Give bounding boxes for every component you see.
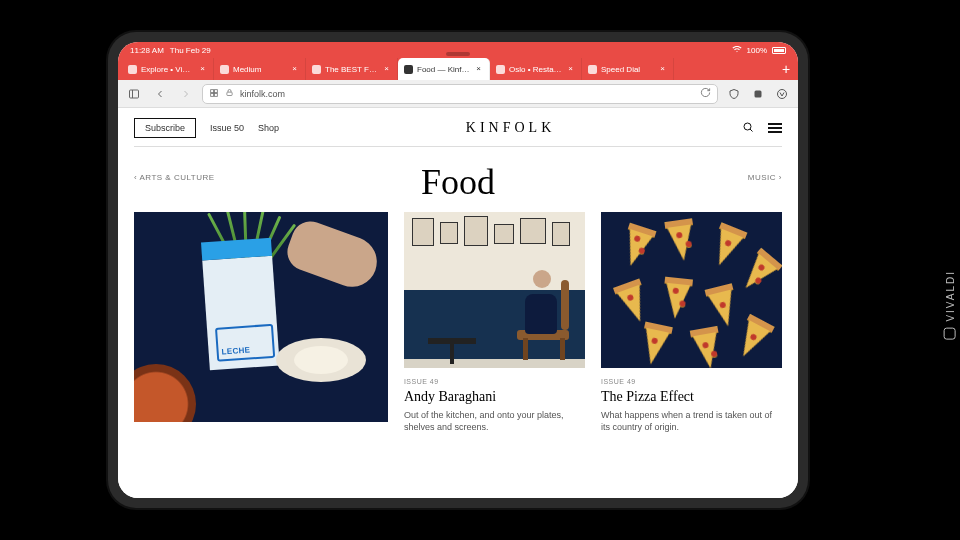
article-card[interactable]: ISSUE 49 The Pizza Effect What happens w… [601,212,782,433]
article-title: Andy Baraghani [404,389,585,405]
panel-button[interactable] [124,84,144,104]
tab-close-icon[interactable]: × [658,65,667,74]
nav-link-shop[interactable]: Shop [258,123,279,133]
battery-icon [772,47,786,54]
tab-close-icon[interactable]: × [290,65,299,74]
reader-button[interactable] [748,84,768,104]
reload-button[interactable] [700,87,711,100]
lock-icon [225,88,234,99]
vivaldi-menu-button[interactable] [772,84,792,104]
favicon-icon [496,65,505,74]
svg-rect-5 [214,93,217,96]
tab-close-icon[interactable]: × [382,65,391,74]
article-grid: LECHE [134,212,782,433]
tab-close-icon[interactable]: × [566,65,575,74]
favicon-icon [312,65,321,74]
wifi-icon [732,44,742,56]
svg-point-8 [778,89,787,98]
battery-percent: 100% [747,46,767,55]
nav-link-issue[interactable]: Issue 50 [210,123,244,133]
vivaldi-watermark: VIVALDI [944,270,956,340]
favicon-icon [404,65,413,74]
tab-close-icon[interactable]: × [474,65,483,74]
address-bar[interactable] [202,84,718,104]
browser-tab[interactable]: Oslo • Restauran…× [490,58,582,80]
tab-close-icon[interactable]: × [198,65,207,74]
browser-tab[interactable]: Explore • Vivaldi S…× [122,58,214,80]
site-logo[interactable]: KINFOLK [466,120,555,136]
article-image: LECHE [134,212,388,422]
browser-toolbar [118,80,798,108]
status-date: Thu Feb 29 [170,46,211,55]
article-issue: ISSUE 49 [404,378,585,385]
vivaldi-logo-icon [944,328,956,340]
prev-category-link[interactable]: ‹ ARTS & CULTURE [134,173,215,182]
svg-line-10 [750,129,753,132]
article-title: The Pizza Effect [601,389,782,405]
browser-tab[interactable]: The BEST Finland…× [306,58,398,80]
shield-button[interactable] [724,84,744,104]
svg-point-9 [744,123,751,130]
browser-tab[interactable]: Speed Dial× [582,58,674,80]
svg-rect-2 [211,89,214,92]
svg-rect-4 [211,93,214,96]
url-input[interactable] [240,89,694,99]
next-category-link[interactable]: MUSIC › [748,173,782,182]
menu-icon[interactable] [768,123,782,133]
tab-strip: Explore • Vivaldi S…× Medium× The BEST F… [118,58,798,80]
article-image [601,212,782,368]
svg-rect-7 [755,90,762,97]
favicon-icon [220,65,229,74]
site-header: Subscribe Issue 50 Shop KINFOLK [134,108,782,147]
svg-rect-3 [214,89,217,92]
milk-carton-label: LECHE [221,345,250,356]
browser-tab[interactable]: Medium× [214,58,306,80]
favicon-icon [128,65,137,74]
article-excerpt: Out of the kitchen, and onto your plates… [404,409,585,433]
back-button[interactable] [150,84,170,104]
status-time: 11:28 AM [130,46,164,55]
tablet-screen: 11:28 AM Thu Feb 29 100% Explore • Vival… [118,42,798,498]
search-icon[interactable] [742,119,754,137]
svg-rect-0 [130,90,139,98]
site-settings-icon[interactable] [209,88,219,100]
article-card[interactable]: ISSUE 49 Andy Baraghani Out of the kitch… [404,212,585,433]
webpage-content: Subscribe Issue 50 Shop KINFOLK Food [118,108,798,498]
browser-tab-active[interactable]: Food — Kinfolk× [398,58,490,80]
new-tab-button[interactable]: + [774,58,798,80]
subscribe-button[interactable]: Subscribe [134,118,196,138]
article-card[interactable]: LECHE [134,212,388,433]
home-indicator [446,52,470,56]
article-image [404,212,585,368]
article-excerpt: What happens when a trend is taken out o… [601,409,782,433]
svg-rect-6 [227,92,232,95]
favicon-icon [588,65,597,74]
article-issue: ISSUE 49 [601,378,782,385]
tablet-frame: 11:28 AM Thu Feb 29 100% Explore • Vival… [108,32,808,508]
forward-button[interactable] [176,84,196,104]
